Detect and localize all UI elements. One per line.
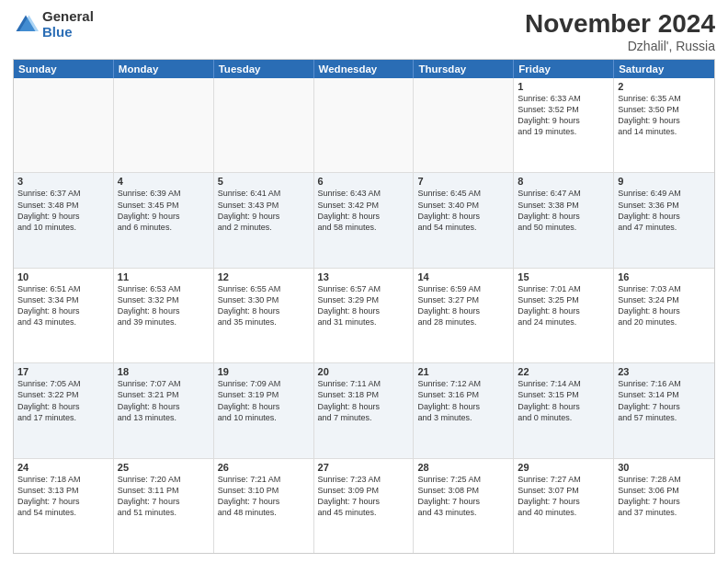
day-number: 17 [17,366,109,377]
day-info: Sunrise: 6:53 AM Sunset: 3:32 PM Dayligh… [118,283,210,328]
calendar: SundayMondayTuesdayWednesdayThursdayFrid… [13,59,715,554]
logo: General Blue [13,9,94,40]
calendar-header-saturday: Saturday [614,60,714,78]
calendar-header-sunday: Sunday [14,60,114,78]
day-number: 28 [417,462,509,473]
day-info: Sunrise: 6:51 AM Sunset: 3:34 PM Dayligh… [17,283,109,328]
calendar-cell-empty-3 [314,78,415,172]
logo-blue: Blue [42,25,94,40]
calendar-cell-9: 9Sunrise: 6:49 AM Sunset: 3:36 PM Daylig… [614,173,714,267]
calendar-row-1: 1Sunrise: 6:33 AM Sunset: 3:52 PM Daylig… [14,78,714,173]
calendar-row-5: 24Sunrise: 7:18 AM Sunset: 3:13 PM Dayli… [14,459,714,553]
day-info: Sunrise: 6:47 AM Sunset: 3:38 PM Dayligh… [518,188,609,233]
calendar-cell-6: 6Sunrise: 6:43 AM Sunset: 3:42 PM Daylig… [314,173,415,267]
day-number: 13 [318,271,410,282]
calendar-cell-2: 2Sunrise: 6:35 AM Sunset: 3:50 PM Daylig… [614,78,714,172]
calendar-cell-5: 5Sunrise: 6:41 AM Sunset: 3:43 PM Daylig… [214,173,314,267]
calendar-cell-30: 30Sunrise: 7:28 AM Sunset: 3:06 PM Dayli… [614,459,714,553]
day-info: Sunrise: 6:55 AM Sunset: 3:30 PM Dayligh… [218,283,310,328]
day-number: 29 [518,462,609,473]
calendar-header-tuesday: Tuesday [214,60,314,78]
day-number: 9 [618,176,711,187]
day-info: Sunrise: 7:03 AM Sunset: 3:24 PM Dayligh… [618,283,711,328]
day-info: Sunrise: 7:07 AM Sunset: 3:21 PM Dayligh… [118,378,210,423]
header: General Blue November 2024 Dzhalil', Rus… [13,9,715,53]
day-info: Sunrise: 7:05 AM Sunset: 3:22 PM Dayligh… [17,378,109,423]
day-number: 16 [618,271,711,282]
calendar-cell-14: 14Sunrise: 6:59 AM Sunset: 3:27 PM Dayli… [414,269,514,362]
calendar-cell-29: 29Sunrise: 7:27 AM Sunset: 3:07 PM Dayli… [514,459,614,553]
calendar-cell-3: 3Sunrise: 6:37 AM Sunset: 3:48 PM Daylig… [14,173,114,267]
day-info: Sunrise: 7:14 AM Sunset: 3:15 PM Dayligh… [518,378,609,423]
day-number: 8 [518,176,609,187]
day-number: 5 [218,176,310,187]
calendar-cell-21: 21Sunrise: 7:12 AM Sunset: 3:16 PM Dayli… [414,363,514,457]
calendar-cell-empty-1 [114,78,214,172]
day-number: 6 [318,176,410,187]
calendar-cell-12: 12Sunrise: 6:55 AM Sunset: 3:30 PM Dayli… [214,269,314,362]
calendar-cell-19: 19Sunrise: 7:09 AM Sunset: 3:19 PM Dayli… [214,363,314,457]
calendar-cell-16: 16Sunrise: 7:03 AM Sunset: 3:24 PM Dayli… [614,269,714,362]
day-number: 27 [318,462,410,473]
day-info: Sunrise: 7:20 AM Sunset: 3:11 PM Dayligh… [118,474,210,519]
day-info: Sunrise: 7:12 AM Sunset: 3:16 PM Dayligh… [417,378,509,423]
day-info: Sunrise: 6:57 AM Sunset: 3:29 PM Dayligh… [318,283,410,328]
calendar-cell-1: 1Sunrise: 6:33 AM Sunset: 3:52 PM Daylig… [514,78,614,172]
calendar-body: 1Sunrise: 6:33 AM Sunset: 3:52 PM Daylig… [14,78,714,553]
day-number: 11 [118,271,210,282]
day-number: 18 [118,366,210,377]
day-info: Sunrise: 7:18 AM Sunset: 3:13 PM Dayligh… [17,474,109,519]
day-number: 21 [417,366,509,377]
day-info: Sunrise: 6:35 AM Sunset: 3:50 PM Dayligh… [618,93,711,138]
page: General Blue November 2024 Dzhalil', Rus… [0,0,728,563]
calendar-cell-8: 8Sunrise: 6:47 AM Sunset: 3:38 PM Daylig… [514,173,614,267]
calendar-header-wednesday: Wednesday [314,60,415,78]
day-info: Sunrise: 6:59 AM Sunset: 3:27 PM Dayligh… [417,283,509,328]
day-info: Sunrise: 7:28 AM Sunset: 3:06 PM Dayligh… [618,474,711,519]
day-info: Sunrise: 6:33 AM Sunset: 3:52 PM Dayligh… [518,93,609,138]
day-number: 23 [618,366,711,377]
day-info: Sunrise: 6:49 AM Sunset: 3:36 PM Dayligh… [618,188,711,233]
day-number: 24 [17,462,109,473]
day-number: 3 [17,176,109,187]
day-info: Sunrise: 6:41 AM Sunset: 3:43 PM Dayligh… [218,188,310,233]
day-number: 14 [417,271,509,282]
calendar-row-3: 10Sunrise: 6:51 AM Sunset: 3:34 PM Dayli… [14,269,714,363]
calendar-header-monday: Monday [114,60,214,78]
calendar-cell-10: 10Sunrise: 6:51 AM Sunset: 3:34 PM Dayli… [14,269,114,362]
day-info: Sunrise: 7:27 AM Sunset: 3:07 PM Dayligh… [518,474,609,519]
calendar-header-thursday: Thursday [414,60,514,78]
calendar-cell-empty-0 [14,78,114,172]
day-number: 10 [17,271,109,282]
day-number: 15 [518,271,609,282]
day-info: Sunrise: 6:39 AM Sunset: 3:45 PM Dayligh… [118,188,210,233]
calendar-cell-15: 15Sunrise: 7:01 AM Sunset: 3:25 PM Dayli… [514,269,614,362]
day-info: Sunrise: 7:21 AM Sunset: 3:10 PM Dayligh… [218,474,310,519]
calendar-cell-4: 4Sunrise: 6:39 AM Sunset: 3:45 PM Daylig… [114,173,214,267]
calendar-cell-11: 11Sunrise: 6:53 AM Sunset: 3:32 PM Dayli… [114,269,214,362]
calendar-cell-20: 20Sunrise: 7:11 AM Sunset: 3:18 PM Dayli… [314,363,415,457]
logo-general: General [42,9,94,25]
calendar-cell-empty-4 [414,78,514,172]
calendar-header: SundayMondayTuesdayWednesdayThursdayFrid… [14,60,714,78]
calendar-header-friday: Friday [514,60,614,78]
title-block: November 2024 Dzhalil', Russia [525,9,715,53]
day-info: Sunrise: 7:01 AM Sunset: 3:25 PM Dayligh… [518,283,609,328]
calendar-cell-7: 7Sunrise: 6:45 AM Sunset: 3:40 PM Daylig… [414,173,514,267]
day-number: 22 [518,366,609,377]
calendar-row-4: 17Sunrise: 7:05 AM Sunset: 3:22 PM Dayli… [14,363,714,458]
calendar-cell-18: 18Sunrise: 7:07 AM Sunset: 3:21 PM Dayli… [114,363,214,457]
logo-icon [13,12,39,38]
calendar-cell-13: 13Sunrise: 6:57 AM Sunset: 3:29 PM Dayli… [314,269,415,362]
calendar-cell-17: 17Sunrise: 7:05 AM Sunset: 3:22 PM Dayli… [14,363,114,457]
day-number: 2 [618,81,711,92]
day-info: Sunrise: 6:45 AM Sunset: 3:40 PM Dayligh… [417,188,509,233]
day-number: 25 [118,462,210,473]
day-info: Sunrise: 7:23 AM Sunset: 3:09 PM Dayligh… [318,474,410,519]
title-month: November 2024 [525,9,715,39]
day-number: 12 [218,271,310,282]
day-number: 19 [218,366,310,377]
day-number: 4 [118,176,210,187]
calendar-cell-25: 25Sunrise: 7:20 AM Sunset: 3:11 PM Dayli… [114,459,214,553]
day-number: 26 [218,462,310,473]
